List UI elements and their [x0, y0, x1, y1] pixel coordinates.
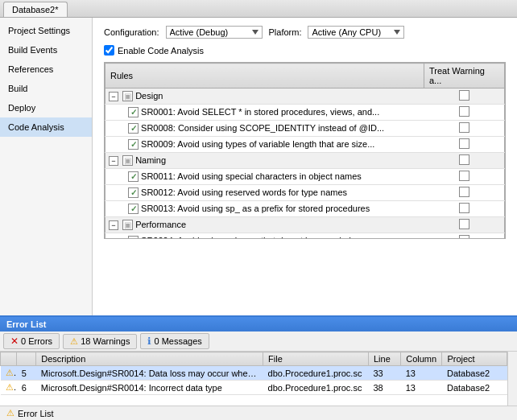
sidebar-item-references[interactable]: References [0, 60, 92, 79]
sr0012-checkbox[interactable] [128, 187, 139, 198]
main-container: Project Settings Build Events References… [0, 18, 517, 315]
error-row-6[interactable]: ⚠ 6 Microsoft.Design#SR0014: Incorrect d… [1, 381, 507, 395]
sr0004-label: SR0004: Avoid using columns that do not … [141, 236, 368, 239]
sr0013-checkbox[interactable] [128, 204, 139, 214]
error-table-scroll: Description File Line Column Project ⚠ 5… [0, 352, 507, 406]
naming-category-checkbox[interactable] [122, 155, 133, 166]
row6-description: Microsoft.Design#SR0014: Incorrect data … [36, 381, 263, 395]
row5-num: 5 [17, 366, 36, 381]
errors-tab[interactable]: ✕ 0 Errors [3, 333, 60, 349]
rule-row-sr0004: SR0004: Avoid using columns that do not … [105, 233, 505, 240]
content-area: Configuration: Active (Debug) Plaform: A… [93, 18, 517, 315]
row5-column: 13 [401, 366, 442, 381]
row6-warning-icon: ⚠ [6, 382, 17, 392]
performance-warn-checkbox[interactable] [459, 219, 469, 229]
warnings-tab-label: 18 Warnings [81, 336, 130, 346]
collapse-performance-btn[interactable]: − [109, 220, 118, 230]
sidebar-item-build-events[interactable]: Build Events [0, 40, 92, 60]
sr0009-label: SR0009: Avoid using types of variable le… [141, 139, 374, 149]
config-label: Configuration: [104, 27, 159, 37]
rules-wrapper: Rules Treat Warning a... − Design [104, 62, 506, 239]
error-list-header: Error List [0, 317, 517, 331]
message-icon: ℹ [147, 336, 151, 347]
sr0001-checkbox[interactable] [128, 107, 139, 117]
error-table: Description File Line Column Project ⚠ 5… [0, 352, 507, 395]
rule-row-sr0009: SR0009: Avoid using types of variable le… [105, 137, 505, 153]
collapse-naming-btn[interactable]: − [109, 156, 118, 166]
error-row-5[interactable]: ⚠ 5 Microsoft.Design#SR0014: Data loss m… [1, 366, 507, 381]
col-header-project[interactable]: Project [442, 352, 507, 366]
col-header-line[interactable]: Line [368, 352, 400, 366]
col-header-column[interactable]: Column [401, 352, 442, 366]
status-bar-label: Error List [18, 409, 54, 418]
row6-column: 13 [401, 381, 442, 395]
messages-tab[interactable]: ℹ 0 Messages [140, 333, 209, 349]
collapse-design-btn[interactable]: − [109, 92, 118, 101]
row6-num: 6 [17, 381, 36, 395]
sr0001-label: SR0001: Avoid SELECT * in stored procedu… [141, 107, 379, 117]
treat-warning-col-header: Treat Warning a... [424, 64, 505, 89]
sr0009-warn-checkbox[interactable] [459, 138, 469, 149]
title-bar: Database2* [0, 0, 517, 18]
sr0004-warn-checkbox[interactable] [459, 235, 469, 239]
row5-file: dbo.Procedure1.proc.sc [263, 366, 369, 381]
sr0013-warn-checkbox[interactable] [459, 203, 469, 213]
naming-category-label: Naming [135, 155, 166, 165]
sidebar-item-build[interactable]: Build [0, 79, 92, 98]
rule-row-sr0008: SR0008: Consider using SCOPE_IDENTITY in… [105, 121, 505, 137]
performance-category-checkbox[interactable] [122, 220, 133, 230]
sr0013-label: SR0013: Avoid using sp_ as a prefix for … [141, 204, 370, 213]
col-header-icon [1, 352, 17, 366]
enable-code-analysis-label: Enable Code Analysis [118, 46, 204, 56]
sidebar-item-code-analysis[interactable]: Code Analysis [0, 117, 92, 137]
row5-description: Microsoft.Design#SR0014: Data loss may o… [36, 366, 263, 381]
sr0004-checkbox[interactable] [128, 236, 139, 239]
title-tab[interactable]: Database2* [3, 2, 68, 17]
rule-row-sr0013: SR0013: Avoid using sp_ as a prefix for … [105, 201, 505, 217]
sidebar: Project Settings Build Events References… [0, 18, 93, 315]
row5-warning-icon: ⚠ [6, 368, 17, 377]
naming-warn-checkbox[interactable] [459, 154, 469, 165]
platform-select[interactable]: Active (Any CPU) [308, 26, 404, 39]
design-category-label: Design [135, 91, 163, 101]
status-bar: ⚠ Error List [0, 406, 517, 420]
row6-line: 38 [368, 381, 400, 395]
rule-row-sr0001: SR0001: Avoid SELECT * in stored procedu… [105, 105, 505, 121]
sr0011-warn-checkbox[interactable] [459, 171, 469, 181]
category-row-design: − Design [105, 89, 505, 105]
category-row-naming: − Naming [105, 153, 505, 169]
rule-row-sr0012: SR0012: Avoid using reserved words for t… [105, 185, 505, 201]
sidebar-item-project-settings[interactable]: Project Settings [0, 21, 92, 40]
sr0011-checkbox[interactable] [128, 171, 139, 182]
sr0008-checkbox[interactable] [128, 123, 139, 134]
messages-tab-label: 0 Messages [154, 336, 201, 346]
category-row-performance: − Performance [105, 217, 505, 233]
warning-icon: ⚠ [70, 336, 78, 347]
row5-line: 33 [368, 366, 400, 381]
config-row: Configuration: Active (Debug) Plaform: A… [104, 26, 506, 39]
sidebar-item-deploy[interactable]: Deploy [0, 98, 92, 117]
enable-code-analysis-checkbox[interactable] [104, 45, 114, 56]
config-select[interactable]: Active (Debug) [166, 26, 263, 39]
sr0008-warn-checkbox[interactable] [459, 122, 469, 133]
col-header-num [17, 352, 36, 366]
sr0012-label: SR0012: Avoid using reserved words for t… [141, 187, 347, 197]
rules-table: Rules Treat Warning a... − Design [105, 63, 505, 239]
row6-file: dbo.Procedure1.proc.sc [263, 381, 369, 395]
performance-category-label: Performance [135, 220, 186, 229]
sr0011-label: SR0011: Avoid using special characters i… [141, 171, 362, 181]
warnings-tab[interactable]: ⚠ 18 Warnings [63, 334, 137, 349]
errors-tab-label: 0 Errors [21, 336, 52, 346]
col-header-description[interactable]: Description [36, 352, 263, 366]
sr0012-warn-checkbox[interactable] [459, 187, 469, 197]
design-category-checkbox[interactable] [122, 91, 133, 101]
col-header-file[interactable]: File [263, 352, 369, 366]
sr0009-checkbox[interactable] [128, 139, 139, 150]
error-table-scrollbar[interactable] [507, 352, 517, 406]
rules-col-header: Rules [105, 64, 424, 89]
platform-label: Plaform: [269, 27, 302, 37]
status-warning-icon: ⚠ [6, 408, 14, 418]
design-warn-checkbox[interactable] [459, 90, 469, 101]
error-list-panel: Error List ✕ 0 Errors ⚠ 18 Warnings ℹ 0 … [0, 315, 517, 420]
sr0001-warn-checkbox[interactable] [459, 106, 469, 117]
